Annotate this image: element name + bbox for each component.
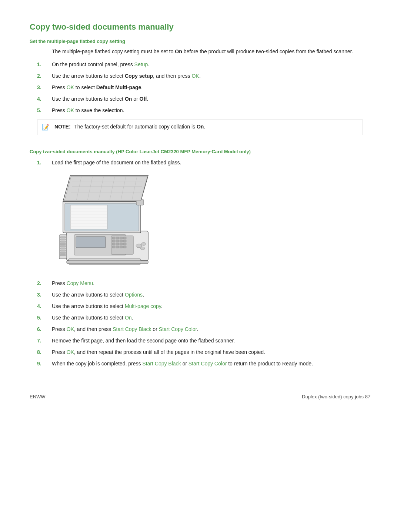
- step-num: 3.: [37, 84, 52, 91]
- svg-rect-7: [123, 237, 126, 239]
- step-num: 5.: [37, 314, 52, 322]
- svg-rect-13: [116, 243, 119, 245]
- link-ok-2: OK: [191, 73, 199, 79]
- link-ok-8: OK: [67, 349, 74, 355]
- link-on: On: [125, 315, 132, 321]
- svg-point-53: [136, 244, 142, 248]
- svg-rect-5: [116, 237, 119, 239]
- step-2-6: 6. Press OK, and then press Start Copy B…: [37, 325, 370, 333]
- section2-remaining-steps: 2. Press Copy Menu. 3. Use the arrow but…: [37, 280, 370, 368]
- svg-rect-17: [116, 246, 119, 248]
- svg-rect-29: [60, 254, 66, 256]
- svg-rect-23: [60, 241, 66, 242]
- step-num: 1.: [37, 159, 52, 167]
- section-divider: [30, 142, 370, 142]
- step-num: 7.: [37, 337, 52, 345]
- step-1-3: 3. Press OK to select Default Multi-page…: [37, 84, 370, 91]
- link-setup: Setup: [134, 61, 148, 67]
- svg-rect-22: [60, 239, 66, 240]
- svg-rect-27: [60, 250, 66, 251]
- printer-image-container: [52, 172, 370, 273]
- step-num: 4.: [37, 302, 52, 310]
- step-2-4: 4. Use the arrow buttons to select Multi…: [37, 302, 370, 310]
- svg-rect-18: [120, 246, 123, 248]
- svg-rect-26: [60, 248, 66, 249]
- step-2-1: 1. Load the first page of the document o…: [37, 159, 370, 167]
- svg-rect-14: [120, 243, 123, 245]
- note-icon: 📝: [42, 123, 49, 132]
- svg-rect-6: [120, 237, 123, 239]
- svg-rect-16: [112, 246, 115, 248]
- link-options: Options: [125, 292, 143, 298]
- svg-point-54: [141, 242, 146, 245]
- link-ok-3: OK: [67, 84, 74, 90]
- link-multi-page: Multi-page copy: [125, 303, 161, 309]
- link-copy-menu: Copy Menu: [67, 280, 93, 286]
- svg-rect-10: [120, 240, 123, 242]
- svg-rect-24: [60, 243, 66, 245]
- svg-rect-2: [76, 237, 106, 248]
- svg-point-55: [140, 247, 145, 250]
- svg-rect-56: [67, 261, 148, 264]
- step-2-9: 9. When the copy job is completed, press…: [37, 360, 370, 368]
- svg-rect-12: [112, 243, 115, 245]
- svg-rect-25: [60, 245, 66, 247]
- link-ok-6: OK: [67, 326, 74, 332]
- step-num: 8.: [37, 348, 52, 356]
- step-num: 2.: [37, 280, 52, 287]
- step-1-5: 5. Press OK to save the selection.: [37, 107, 370, 114]
- section2-heading: Copy two-sided documents manually (HP Co…: [30, 149, 370, 154]
- svg-rect-9: [116, 240, 119, 242]
- svg-rect-28: [60, 252, 66, 254]
- step-1-4: 4. Use the arrow buttons to select On or…: [37, 95, 370, 103]
- step-num: 2.: [37, 72, 52, 80]
- note-box: 📝 NOTE: The factory-set default for auto…: [37, 120, 363, 135]
- section1-steps: 1. On the product control panel, press S…: [37, 61, 370, 114]
- step-2-5: 5. Use the arrow buttons to select On.: [37, 314, 370, 322]
- step-1-2: 2. Use the arrow buttons to select Copy …: [37, 72, 370, 80]
- link-ok-5: OK: [67, 107, 74, 113]
- step-2-7: 7. Remove the first page, and then load …: [37, 337, 370, 345]
- svg-rect-15: [123, 243, 126, 245]
- link-start-copy-color-9: Start Copy Color: [189, 361, 227, 367]
- step-num: 1.: [37, 61, 52, 68]
- link-start-copy-black-9: Start Copy Black: [142, 361, 181, 367]
- section1-heading: Set the multiple-page flatbed copy setti…: [30, 39, 370, 44]
- svg-rect-21: [60, 237, 66, 238]
- page-title: Copy two-sided documents manually: [30, 22, 370, 32]
- section1-intro: The multiple-page flatbed copy setting m…: [52, 48, 370, 56]
- footer-left: ENWW: [30, 394, 46, 399]
- svg-marker-42: [64, 176, 147, 201]
- link-start-copy-black-6: Start Copy Black: [113, 326, 151, 332]
- step-num: 9.: [37, 360, 52, 368]
- section2-steps: 1. Load the first page of the document o…: [37, 159, 370, 167]
- footer-right: Duplex (two-sided) copy jobs 87: [302, 394, 370, 399]
- step-2-2: 2. Press Copy Menu.: [37, 280, 370, 287]
- step-2-3: 3. Use the arrow buttons to select Optio…: [37, 291, 370, 299]
- svg-rect-19: [123, 246, 126, 248]
- svg-rect-8: [112, 240, 115, 242]
- step-1-1: 1. On the product control panel, press S…: [37, 61, 370, 68]
- footer: ENWW Duplex (two-sided) copy jobs 87: [30, 390, 370, 399]
- step-num: 4.: [37, 95, 52, 103]
- link-start-copy-color-6: Start Copy Color: [159, 326, 197, 332]
- svg-rect-11: [123, 240, 126, 242]
- printer-illustration: [52, 172, 156, 272]
- note-label: NOTE:: [54, 124, 71, 130]
- step-num: 6.: [37, 325, 52, 333]
- step-num: 5.: [37, 107, 52, 114]
- svg-rect-4: [112, 237, 115, 239]
- step-2-8: 8. Press OK, and then repeat the process…: [37, 348, 370, 356]
- step-num: 3.: [37, 291, 52, 299]
